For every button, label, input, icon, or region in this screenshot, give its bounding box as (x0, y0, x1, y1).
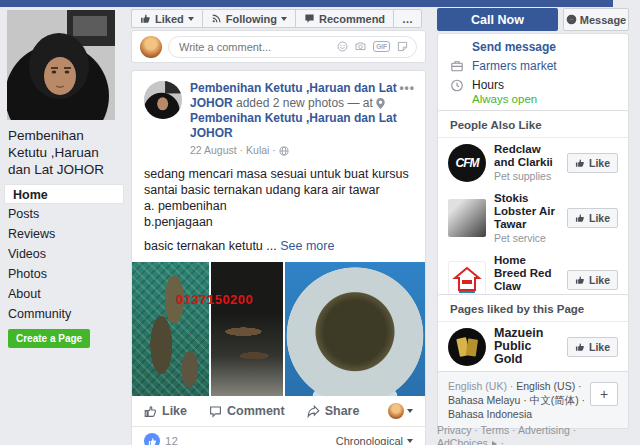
sidebar-item-about[interactable]: About (0, 284, 127, 304)
add-language-button[interactable]: + (590, 382, 618, 406)
share-button[interactable]: Share (307, 404, 360, 418)
current-language: English (UK) · (448, 380, 516, 392)
messenger-icon (566, 14, 577, 25)
thumbs-up-icon (575, 158, 585, 168)
redclaw-logo[interactable]: CFM (448, 144, 486, 182)
post-timestamp-text: 22 August · Kulai · (190, 143, 276, 158)
liked-button-label: Liked (155, 13, 184, 25)
like-page-button[interactable]: Like (567, 208, 618, 228)
page-profile-photo[interactable] (7, 10, 115, 120)
camera-icon[interactable] (355, 41, 366, 52)
message-button-label: Message (580, 14, 626, 26)
sidebar-item-videos[interactable]: Videos (0, 244, 127, 264)
stokis-lobster-logo[interactable] (448, 199, 486, 237)
following-button-label: Following (226, 13, 277, 25)
language-selector-card: English (UK) · English (US) · Bahasa Mel… (437, 371, 629, 429)
post-body: sedang mencari masa sesuai untuk buat ku… (132, 162, 425, 262)
chevron-down-icon (281, 17, 287, 21)
sticker-icon[interactable] (397, 41, 408, 52)
sidebar-item-community[interactable]: Community (0, 304, 127, 324)
like-button[interactable]: Like (144, 404, 187, 418)
comment-bubble-icon (209, 405, 222, 418)
sidebar-item-posts[interactable]: Posts (0, 204, 127, 224)
liked-page-info: Mazuein Public Gold (494, 327, 559, 366)
suggested-page-info: Stokis Lobster Air Tawar Pet service (494, 192, 559, 244)
suggested-page-info: Redclaw and Clarkii Pet supplies (494, 143, 559, 182)
post-action-bar: Like Comment Share (132, 396, 425, 426)
like-reaction-badge[interactable] (144, 433, 160, 445)
post-timestamp[interactable]: 22 August · Kulai · (190, 143, 400, 158)
like-page-button[interactable]: Like (567, 337, 618, 357)
like-count[interactable]: 12 (165, 435, 178, 445)
suggested-page-category: Pet service (494, 232, 559, 244)
toolbar-more-button[interactable]: … (393, 9, 422, 28)
hours-row: Hours Always open (450, 78, 616, 105)
post-text-line: a. pembenihan (144, 198, 413, 214)
comment-as-selector[interactable] (388, 403, 413, 419)
sidebar-nav: Home Posts Reviews Videos Photos About C… (0, 184, 127, 324)
call-now-button[interactable]: Call Now (437, 8, 558, 31)
hours-info: Hours Always open (472, 78, 537, 105)
comment-button[interactable]: Comment (209, 404, 285, 418)
recommend-button[interactable]: Recommend (295, 9, 393, 28)
following-feed-icon (211, 13, 222, 24)
user-avatar[interactable] (140, 36, 162, 58)
following-button[interactable]: Following (202, 9, 295, 28)
suggested-page-name[interactable]: Redclaw and Clarkii (494, 143, 559, 169)
pages-liked-title: Pages liked by this Page (438, 295, 628, 322)
sidebar-item-home[interactable]: Home (4, 184, 124, 204)
liked-button[interactable]: Liked (131, 9, 202, 28)
chevron-down-icon (407, 409, 413, 413)
page-info-card: Send message Farmers market Hours Always… (437, 33, 629, 114)
post-card: Pembenihan Ketutu ,Haruan dan Lat JOHOR … (131, 70, 426, 445)
logo-text: CFM (456, 156, 479, 170)
comment-sort-selector[interactable]: Chronological (336, 435, 413, 445)
comment-button-label: Comment (227, 404, 285, 418)
sidebar-item-reviews[interactable]: Reviews (0, 224, 127, 244)
suggested-page-name[interactable]: Home Breed Red Claw (494, 254, 559, 293)
suggested-page-name[interactable]: Stokis Lobster Air Tawar (494, 192, 559, 231)
user-avatar (388, 403, 404, 419)
thumbs-up-icon (144, 405, 157, 418)
chevron-down-icon (188, 17, 194, 21)
hours-label: Hours (472, 78, 537, 92)
page-title: Pembenihan Ketutu ,Haruan dan Lat JOHOR (8, 127, 122, 178)
page-category-link[interactable]: Farmers market (472, 59, 557, 73)
post-photo-fish-on-net[interactable] (132, 262, 209, 396)
like-page-button[interactable]: Like (567, 270, 618, 290)
thumbs-up-icon (575, 342, 585, 352)
comment-sort-label: Chronological (336, 435, 403, 445)
sidebar-item-photos[interactable]: Photos (0, 264, 127, 284)
comment-input[interactable] (177, 40, 337, 54)
post-text-line: b.penjagaan (144, 214, 413, 230)
chevron-down-icon (407, 439, 413, 443)
message-button[interactable]: Message (563, 8, 629, 31)
gold-bar-icon (452, 332, 482, 362)
mazuein-gold-logo[interactable] (448, 328, 486, 366)
emoji-icon[interactable] (337, 41, 348, 52)
gif-icon[interactable]: GIF (373, 41, 390, 52)
hooded-person-photo (144, 81, 182, 119)
post-header-text: Pembenihan Ketutu ,Haruan dan Lat JOHOR … (190, 81, 400, 158)
liked-page-name[interactable]: Mazuein Public Gold (494, 327, 559, 366)
see-more-link[interactable]: See more (280, 239, 334, 253)
post-photo-fish-in-tank[interactable] (211, 262, 283, 396)
hooded-person-photo (7, 10, 115, 120)
post-author-avatar[interactable] (144, 81, 182, 119)
like-page-label: Like (589, 341, 610, 353)
send-message-link[interactable]: Send message (472, 40, 616, 54)
share-button-label: Share (325, 404, 360, 418)
post-photo-shrimp-bucket[interactable] (285, 262, 425, 396)
post-location-link[interactable]: Pembenihan Ketutu ,Haruan dan Lat JOHOR (190, 111, 397, 140)
like-page-label: Like (589, 157, 610, 169)
post-truncated-text: basic ternakan ketutu ... (144, 239, 280, 253)
like-page-button[interactable]: Like (567, 153, 618, 173)
create-page-button[interactable]: Create a Page (8, 329, 90, 348)
footer-links[interactable]: Privacy · Terms · Advertising · AdChoice… (437, 424, 576, 445)
thumbs-up-icon (575, 275, 585, 285)
post-options-button[interactable]: ••• (399, 81, 415, 95)
post-meta-text: added 2 new photos — at (233, 96, 376, 110)
suggested-page-category: Pet supplies (494, 170, 559, 182)
thumbs-up-icon (575, 213, 585, 223)
photo-phone-overlay: 0137150200 (176, 292, 253, 307)
